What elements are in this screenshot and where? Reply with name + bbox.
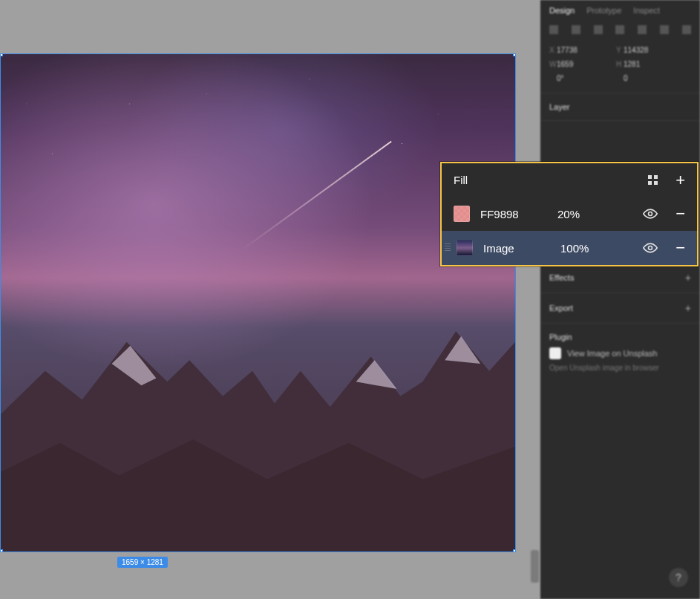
layer-section: Layer xyxy=(540,93,700,120)
fill-swatch-image[interactable] xyxy=(457,240,473,256)
remove-fill-icon[interactable]: − xyxy=(676,244,685,252)
rotation-field[interactable]: 0° xyxy=(557,74,616,82)
align-right-icon[interactable] xyxy=(594,25,603,34)
dimension-badge: 1659 × 1281 xyxy=(117,557,168,568)
layer-title: Layer xyxy=(549,102,570,111)
tab-prototype[interactable]: Prototype xyxy=(586,6,621,15)
h-field[interactable]: 1281 xyxy=(624,60,683,68)
visibility-toggle-icon[interactable] xyxy=(643,206,658,221)
fill-panel: Fill + FF9898 20% − Image 100% − xyxy=(440,162,699,266)
visibility-toggle-icon[interactable] xyxy=(643,240,658,255)
add-export-icon[interactable]: + xyxy=(685,302,691,314)
inspector-panel: Design Prototype Inspect X 17738 Y 11432… xyxy=(540,0,700,599)
effects-title: Effects xyxy=(549,273,574,282)
fill-row-color[interactable]: FF9898 20% − xyxy=(442,197,697,231)
fill-image-opacity-value[interactable]: 100% xyxy=(560,242,601,255)
y-label: Y xyxy=(616,46,624,54)
selected-image-frame[interactable] xyxy=(0,53,516,552)
radius-field[interactable]: 0 xyxy=(624,74,683,82)
fill-header: Fill + xyxy=(442,163,697,197)
plugin-item-label: View Image on Unsplash xyxy=(567,349,657,358)
w-field[interactable]: 1659 xyxy=(557,60,616,68)
export-title: Export xyxy=(549,304,573,312)
add-fill-icon[interactable]: + xyxy=(676,175,685,186)
align-hcenter-icon[interactable] xyxy=(572,25,580,34)
remove-fill-icon[interactable]: − xyxy=(676,210,685,217)
inspector-tabs: Design Prototype Inspect xyxy=(540,0,700,21)
add-effect-icon[interactable]: + xyxy=(685,272,691,284)
canvas-scrollbar[interactable] xyxy=(531,550,539,583)
export-section: Export+ xyxy=(540,292,700,323)
tab-inspect[interactable]: Inspect xyxy=(633,6,659,15)
plugin-section: Plugin View Image on Unsplash Open Unspl… xyxy=(540,323,700,381)
fill-title: Fill xyxy=(454,174,468,186)
h-label: H xyxy=(616,60,624,68)
align-bottom-icon[interactable] xyxy=(660,25,669,34)
fill-hex-label[interactable]: FF9898 xyxy=(480,208,547,220)
align-left-icon[interactable] xyxy=(549,25,558,34)
svg-point-0 xyxy=(649,212,652,216)
pink-tint-overlay xyxy=(1,54,515,551)
tab-design[interactable]: Design xyxy=(549,6,575,15)
svg-point-1 xyxy=(649,246,652,250)
help-button[interactable]: ? xyxy=(669,568,688,587)
align-top-icon[interactable] xyxy=(615,25,624,34)
style-library-icon[interactable] xyxy=(648,175,658,185)
fill-swatch-color[interactable] xyxy=(454,206,470,222)
align-row xyxy=(540,21,700,42)
fill-image-label[interactable]: Image xyxy=(483,242,550,255)
x-label: X xyxy=(549,46,557,54)
w-label: W xyxy=(549,60,557,68)
effects-section: Effects+ xyxy=(540,262,700,292)
plugin-subtext: Open Unsplash image in browser xyxy=(549,364,691,372)
plugin-icon xyxy=(549,347,561,359)
canvas-area[interactable]: 1659 × 1281 xyxy=(0,0,540,599)
distribute-icon[interactable] xyxy=(682,25,691,34)
plugin-item[interactable]: View Image on Unsplash xyxy=(549,347,691,359)
fill-opacity-value[interactable]: 20% xyxy=(557,208,598,220)
fill-row-image[interactable]: Image 100% − xyxy=(442,231,697,265)
align-vcenter-icon[interactable] xyxy=(638,25,647,34)
plugin-title: Plugin xyxy=(549,333,572,341)
transform-properties: X 17738 Y 114328 W 1659 H 1281 0° 0 xyxy=(540,42,700,93)
x-field[interactable]: 17738 xyxy=(557,46,616,54)
y-field[interactable]: 114328 xyxy=(624,46,683,54)
